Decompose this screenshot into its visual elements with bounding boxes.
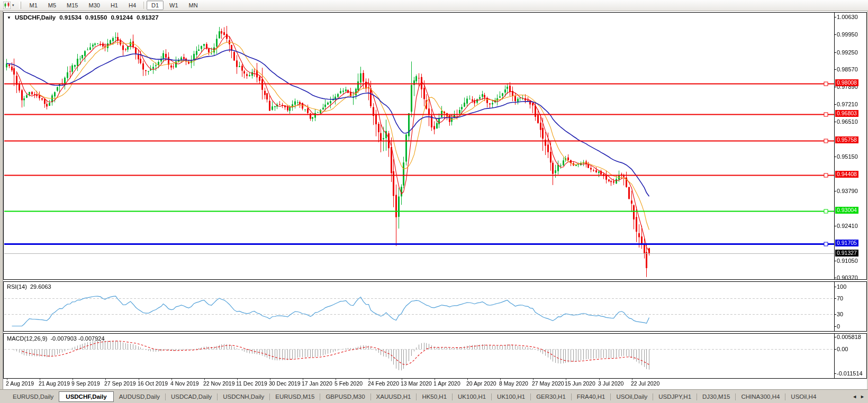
- ohlc-low: 0.91244: [111, 14, 133, 21]
- date-axis: [3, 379, 867, 389]
- chart-tab-china300-h4[interactable]: CHINA300,H4: [736, 392, 785, 401]
- chart-tab-dj30-m15[interactable]: DJ30,M15: [697, 392, 735, 401]
- timeframe-button-h4[interactable]: H4: [124, 1, 141, 10]
- tab-scroll-controls: ◄ ►: [850, 390, 868, 403]
- chart-menu-icon[interactable]: ▼: [7, 15, 11, 20]
- chart-title: ▼ USDCHF,Daily 0.91534 0.91550 0.91244 0…: [7, 14, 159, 21]
- macd-pane: MACD(12,26,9) -0.007903 -0.007924: [3, 333, 867, 379]
- rsi-canvas[interactable]: [4, 282, 834, 331]
- macd-label: MACD(12,26,9) -0.007903 -0.007924: [7, 335, 105, 342]
- macd-canvas[interactable]: [4, 334, 834, 378]
- macd-name: MACD(12,26,9): [7, 335, 47, 342]
- chart-tab-usdcad-daily[interactable]: USDCAD,Daily: [166, 392, 217, 401]
- timeframe-button-d1[interactable]: D1: [147, 1, 164, 10]
- chart-tab-eurusd-m15[interactable]: EURUSD,M15: [270, 392, 320, 401]
- tab-scroll-left-button[interactable]: ◄: [852, 394, 857, 399]
- chart-tab-usdcnh-daily[interactable]: USDCNH,Daily: [218, 392, 269, 401]
- chart-type-dropdown-icon[interactable]: ▾: [11, 3, 15, 7]
- rsi-label: RSI(14) 29.6063: [7, 283, 51, 290]
- chart-tab-usdchf-daily[interactable]: USDCHF,Daily: [59, 391, 113, 402]
- rsi-value: 29.6063: [30, 283, 51, 290]
- chart-symbol-label: USDCHF,Daily: [15, 14, 56, 21]
- chart-type-button[interactable]: ▾: [2, 1, 17, 10]
- chart-tab-audusd-daily[interactable]: AUDUSD,Daily: [114, 392, 165, 401]
- chart-tab-uk100-h1[interactable]: UK100,H1: [453, 392, 491, 401]
- timeframe-button-m5[interactable]: M5: [43, 1, 61, 10]
- timeframe-button-m15[interactable]: M15: [62, 1, 83, 10]
- chart-tab-ger30-h1[interactable]: GER30,H1: [531, 392, 571, 401]
- trading-platform-window: ▾ M1M5M15M30H1H4D1W1MN ▼ USDCHF,Daily 0.…: [0, 0, 868, 403]
- chart-tab-usdjpy-h1[interactable]: USDJPY,H1: [653, 392, 697, 401]
- timeframe-button-m1[interactable]: M1: [25, 1, 42, 10]
- chart-tabs: EURUSD,DailyUSDCHF,DailyAUDUSD,DailyUSDC…: [0, 390, 850, 403]
- timeframe-toolbar: ▾ M1M5M15M30H1H4D1W1MN: [0, 0, 868, 11]
- chart-tab-bar: EURUSD,DailyUSDCHF,DailyAUDUSD,DailyUSDC…: [0, 389, 868, 403]
- ohlc-open: 0.91534: [59, 14, 82, 21]
- toolbar-separator: [143, 2, 144, 9]
- chart-tab-eurusd-daily[interactable]: EURUSD,Daily: [7, 392, 59, 401]
- chart-tab-xauusd-h1[interactable]: XAUUSD,H1: [371, 392, 417, 401]
- rsi-axis-line: [834, 282, 835, 331]
- macd-axis-line: [834, 334, 835, 378]
- timeframe-button-m30[interactable]: M30: [84, 1, 104, 10]
- timeframe-button-w1[interactable]: W1: [165, 1, 183, 10]
- toolbar-grip: [19, 2, 21, 9]
- timeframe-button-mn[interactable]: MN: [184, 1, 203, 10]
- chart-tab-gbpusd-m30[interactable]: GBPUSD,M30: [320, 392, 370, 401]
- ohlc-close: 0.91327: [137, 14, 159, 21]
- rsi-name: RSI(14): [7, 283, 27, 290]
- ohlc-high: 0.91550: [85, 14, 107, 21]
- chart-tab-hk50-h1[interactable]: HK50,H1: [417, 392, 452, 401]
- timeframe-buttons: M1M5M15M30H1H4D1W1MN: [24, 1, 203, 10]
- macd-value: -0.007903 -0.007924: [50, 335, 104, 342]
- price-axis-line: [834, 13, 835, 279]
- chart-tab-usoil-daily[interactable]: USOil,Daily: [611, 392, 653, 401]
- chart-tab-fra40-h1[interactable]: FRA40,H1: [572, 392, 611, 401]
- candlestick-chart-icon: [3, 2, 11, 9]
- rsi-pane: RSI(14) 29.6063: [3, 281, 867, 332]
- price-chart-canvas[interactable]: [4, 13, 834, 279]
- price-pane: ▼ USDCHF,Daily 0.91534 0.91550 0.91244 0…: [3, 12, 867, 280]
- tab-scroll-right-button[interactable]: ►: [860, 394, 865, 399]
- chart-tab-uk100-h1-2[interactable]: UK100,H1: [492, 392, 530, 401]
- chart-tab-usoil-h4[interactable]: USOil,H4: [785, 392, 821, 401]
- timeframe-button-h1[interactable]: H1: [106, 1, 123, 10]
